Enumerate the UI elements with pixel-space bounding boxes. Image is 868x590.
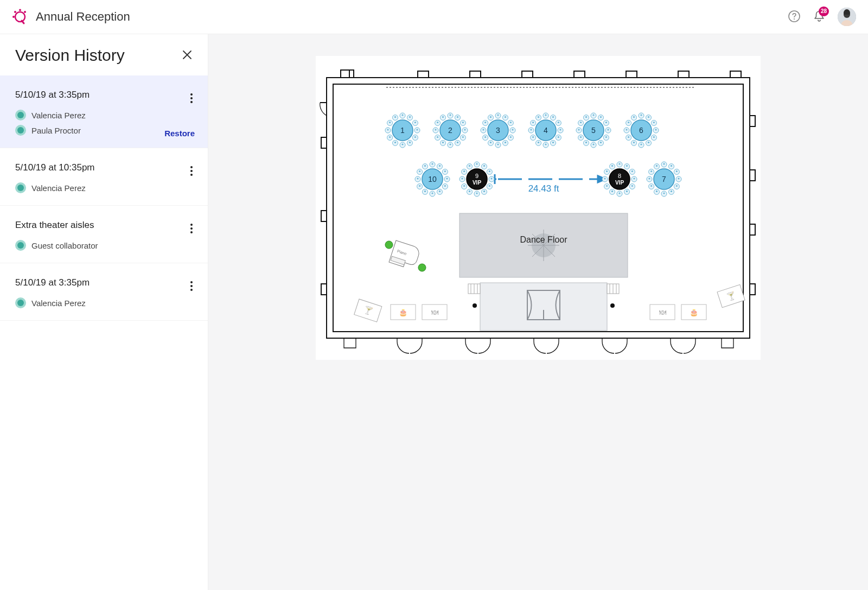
- version-user-name: Valencia Perez: [31, 183, 86, 193]
- svg-point-4: [19, 9, 21, 11]
- svg-point-107: [510, 122, 512, 123]
- svg-point-197: [628, 136, 629, 138]
- svg-point-125: [490, 116, 492, 118]
- vip-table[interactable]: 9VIP: [459, 162, 494, 196]
- svg-text:9: 9: [475, 173, 478, 179]
- svg-point-135: [559, 129, 561, 130]
- svg-point-175: [580, 122, 582, 123]
- svg-point-181: [640, 114, 642, 116]
- measurement-arrow: [495, 174, 605, 184]
- svg-text:🍽: 🍽: [431, 308, 438, 316]
- svg-point-229: [424, 165, 426, 167]
- svg-point-165: [600, 142, 602, 143]
- version-user-name: Valencia Perez: [31, 111, 86, 120]
- close-icon: [182, 49, 193, 60]
- more-vertical-icon: [190, 224, 193, 233]
- version-item[interactable]: 5/10/19 at 3:35pmValencia Perez: [0, 263, 208, 321]
- svg-text:4: 4: [544, 126, 548, 135]
- svg-text:8: 8: [618, 173, 621, 179]
- canvas-area[interactable]: Dance Floor: [208, 34, 868, 590]
- version-user: Valencia Perez: [15, 182, 193, 193]
- version-user-name: Valencia Perez: [31, 299, 86, 308]
- svg-point-253: [463, 170, 465, 172]
- dance-floor[interactable]: Dance Floor: [459, 213, 628, 277]
- svg-point-105: [505, 116, 506, 118]
- svg-point-111: [510, 136, 512, 138]
- version-more-button[interactable]: [190, 86, 193, 103]
- svg-point-309: [656, 165, 658, 167]
- svg-point-103: [497, 114, 499, 116]
- svg-point-115: [497, 143, 499, 145]
- notifications-button[interactable]: 28: [813, 10, 826, 24]
- svg-point-0: [15, 12, 25, 22]
- measurement-label: 24.43 ft: [528, 183, 559, 194]
- version-user-name: Paula Proctor: [31, 126, 81, 135]
- cocktail-table[interactable]: 🍸: [717, 284, 745, 307]
- svg-point-215: [444, 185, 446, 187]
- buffet-table[interactable]: 🎂: [391, 304, 416, 320]
- svg-point-241: [489, 185, 490, 187]
- round-table[interactable]: 5: [576, 113, 611, 148]
- svg-point-219: [431, 192, 433, 194]
- buffet-table[interactable]: 🍽: [650, 304, 675, 320]
- version-item[interactable]: 5/10/19 at 10:35pmValencia Perez: [0, 148, 208, 206]
- version-list: 5/10/19 at 3:35pmValencia PerezPaula Pro…: [0, 75, 208, 321]
- version-more-button[interactable]: [190, 274, 193, 291]
- svg-point-173: [578, 129, 579, 130]
- user-dot-icon: [15, 110, 26, 120]
- svg-point-264: [631, 170, 633, 172]
- svg-point-27: [473, 303, 477, 308]
- svg-point-183: [648, 116, 649, 118]
- svg-point-167: [592, 143, 594, 145]
- svg-point-169: [585, 142, 587, 143]
- svg-point-249: [463, 185, 465, 187]
- version-item[interactable]: 5/10/19 at 3:35pmValencia PerezPaula Pro…: [0, 75, 208, 148]
- svg-point-85: [462, 136, 464, 138]
- svg-point-77: [449, 114, 451, 116]
- user-dot-icon: [15, 297, 26, 308]
- version-title: 5/10/19 at 3:35pm: [15, 90, 90, 100]
- piano[interactable]: Piano: [389, 240, 421, 270]
- top-bar-right: 28: [788, 8, 856, 26]
- svg-point-87: [457, 142, 458, 143]
- round-table[interactable]: 3: [481, 113, 515, 148]
- svg-point-139: [552, 142, 554, 143]
- svg-point-227: [419, 170, 420, 172]
- round-table[interactable]: 6: [624, 113, 659, 148]
- svg-point-243: [483, 191, 485, 192]
- svg-point-109: [512, 129, 513, 130]
- user-avatar[interactable]: [838, 8, 856, 26]
- svg-point-209: [439, 165, 441, 167]
- svg-point-235: [483, 165, 485, 167]
- cocktail-table[interactable]: 🍸: [354, 299, 382, 322]
- svg-point-63: [401, 143, 403, 145]
- help-button[interactable]: [788, 10, 801, 24]
- svg-point-262: [626, 165, 628, 167]
- svg-point-2: [14, 11, 16, 13]
- svg-point-211: [444, 170, 446, 172]
- close-panel-button[interactable]: [182, 49, 193, 62]
- svg-point-3: [24, 11, 26, 13]
- svg-point-266: [633, 177, 635, 179]
- version-user: Guest collaborator: [15, 240, 193, 251]
- svg-point-83: [464, 129, 465, 130]
- round-table[interactable]: 4: [528, 113, 563, 148]
- buffet-table[interactable]: 🎂: [681, 304, 706, 320]
- svg-point-185: [653, 122, 655, 123]
- version-more-button[interactable]: [190, 217, 193, 233]
- round-table[interactable]: 7: [647, 162, 681, 196]
- svg-point-282: [611, 165, 613, 167]
- vip-table[interactable]: 8VIP: [602, 162, 637, 196]
- svg-point-199: [626, 129, 627, 130]
- buffet-table[interactable]: 🍽: [422, 304, 447, 320]
- stage[interactable]: [468, 283, 619, 331]
- svg-point-207: [431, 163, 433, 164]
- restore-button[interactable]: Restore: [164, 129, 195, 138]
- version-more-button[interactable]: [190, 159, 193, 176]
- round-table[interactable]: 10: [415, 162, 450, 196]
- version-item[interactable]: Extra theater aislesGuest collaborator: [0, 206, 208, 263]
- more-vertical-icon: [190, 281, 193, 291]
- round-table[interactable]: 2: [433, 113, 468, 148]
- floorplan-diagram[interactable]: Dance Floor: [316, 56, 761, 360]
- round-table[interactable]: 1: [385, 113, 420, 148]
